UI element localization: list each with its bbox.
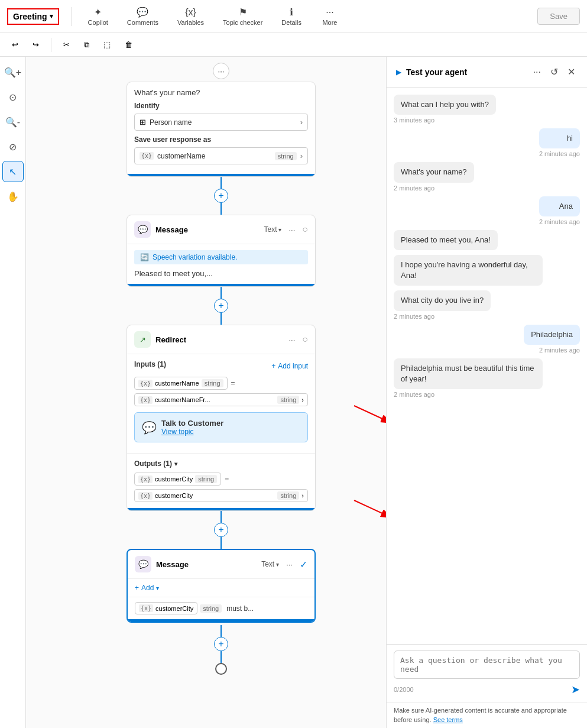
chat-text-1: hi (567, 134, 573, 143)
type-chevron-1: ▾ (278, 227, 281, 233)
message-type-2[interactable]: Text ▾ (261, 560, 279, 568)
panel-title: Test your agent (406, 67, 526, 77)
delete-button[interactable]: 🗑 (120, 38, 137, 51)
send-button[interactable]: ➤ (571, 683, 580, 696)
more-button[interactable]: ··· More (316, 5, 344, 28)
more-label: More (322, 19, 337, 26)
chat-time-6: 2 minutes ago (394, 313, 491, 320)
cut-button[interactable]: ✂ (59, 38, 74, 51)
zoom-out-button[interactable]: 🔍- (2, 111, 24, 132)
save-button[interactable]: Save (537, 8, 580, 25)
save-var-field[interactable]: {x} customerName string › (134, 147, 308, 164)
output-dest-field[interactable]: {x} customerCity string › (134, 489, 308, 502)
var-icon-3: {x} (138, 396, 153, 404)
add-node-btn-4[interactable]: + (214, 637, 228, 651)
add-dropdown[interactable]: + Add ▾ (135, 584, 159, 592)
chat-message-2: What's your name? 2 minutes ago (394, 162, 474, 191)
message-menu-1[interactable]: ··· (286, 224, 297, 235)
eq-sign-1: = (231, 379, 235, 387)
chat-message-8: Philadelphia must be beautiful this time… (394, 358, 543, 398)
comments-button[interactable]: 💬 Comments (122, 4, 163, 28)
ban-button[interactable]: ⊘ (2, 136, 24, 157)
chat-bubble-7: Philadelphia (524, 325, 580, 345)
chat-message-4: Pleased to meet you, Ana! (394, 230, 498, 250)
see-terms-link[interactable]: See terms (433, 716, 463, 723)
output-dest-type: string (277, 491, 299, 500)
add-node-btn-2[interactable]: + (214, 299, 228, 313)
paste-button[interactable]: ⬚ (99, 38, 115, 51)
city-type: string (200, 604, 222, 613)
greeting-badge[interactable]: Greeting ▾ (7, 8, 59, 25)
copilot-icon: ✦ (94, 7, 102, 18)
panel-close-button[interactable]: ✕ (565, 64, 578, 80)
redirect-check: ○ (302, 334, 308, 345)
redirect-header: ↗ Redirect ··· ○ (127, 325, 315, 354)
message-menu-2[interactable]: ··· (284, 559, 295, 570)
var-icon-6: {x} (139, 604, 153, 612)
disclaimer-text: Make sure AI-generated content is accura… (394, 707, 567, 723)
message-title-2: Message (156, 560, 257, 569)
talk-info: Talk to Customer View topic (161, 419, 223, 436)
variables-button[interactable]: {x} Variables (173, 5, 209, 28)
chat-bubble-0: What can I help you with? (394, 95, 496, 115)
chat-bubble-8: Philadelphia must be beautiful this time… (394, 358, 543, 389)
node-bottom-bar-4 (128, 619, 314, 622)
greeting-chevron[interactable]: ▾ (50, 12, 53, 20)
connector-3 (220, 287, 222, 299)
topic-checker-button[interactable]: ⚑ Topic checker (218, 4, 267, 28)
comments-icon: 💬 (137, 7, 148, 18)
question-text: What's your name? (134, 88, 308, 97)
canvas[interactable]: ··· What's your name? Identify ⊞ Person … (26, 57, 386, 728)
chat-text-3: Ana (559, 202, 573, 211)
variables-label: Variables (177, 19, 204, 26)
identify-field[interactable]: ⊞ Person name › (134, 114, 308, 131)
input-source-type: string (277, 396, 299, 404)
talk-to-customer-box: 💬 Talk to Customer View topic (134, 412, 308, 442)
cursor-button[interactable]: ↖ (2, 161, 24, 182)
comments-label: Comments (127, 19, 158, 26)
node-bottom-bar-1 (127, 174, 315, 176)
zoom-in-button[interactable]: 🔍+ (2, 62, 24, 83)
message-icon-2: 💬 (135, 556, 151, 572)
view-topic-link[interactable]: View topic (161, 428, 223, 436)
message-check-1: ○ (302, 224, 308, 235)
var-icon-4: {x} (138, 475, 153, 483)
copilot-button[interactable]: ✦ Copilot (83, 4, 113, 28)
target-icon: ⊙ (9, 92, 17, 103)
add-node-btn-1[interactable]: + (214, 189, 228, 203)
greeting-label: Greeting (13, 12, 47, 21)
chat-input[interactable] (394, 651, 580, 679)
message-type-1[interactable]: Text ▾ (264, 225, 281, 234)
chat-message-5: I hope you're having a wonderful day, An… (394, 255, 543, 286)
undo-icon: ↩ (12, 40, 18, 49)
redo-button[interactable]: ↪ (28, 38, 44, 51)
add-input-text: Add input (278, 362, 308, 370)
message-node-1-body: 🔄 Speech variation available. Pleased to… (127, 244, 315, 284)
connector-8 (220, 651, 222, 663)
redirect-menu[interactable]: ··· (286, 334, 297, 345)
message-node-1: 💬 Message Text ▾ ··· ○ 🔄 Speech variatio… (127, 215, 316, 287)
add-input-button[interactable]: + Add input (271, 362, 308, 370)
undo-button[interactable]: ↩ (7, 38, 23, 51)
outputs-header[interactable]: Outputs (1) ▾ (134, 460, 308, 468)
zoom-in-icon: 🔍+ (4, 67, 21, 78)
add-chevron: ▾ (156, 585, 159, 591)
panel-refresh-button[interactable]: ↺ (548, 64, 560, 80)
zoom-out-icon: 🔍- (5, 117, 20, 128)
speech-text: Speech variation available. (153, 253, 237, 261)
target-button[interactable]: ⊙ (2, 86, 24, 108)
input-source-field[interactable]: {x} customerNameFr... string › (134, 393, 308, 406)
chat-bubble-6: What city do you live in? (394, 290, 491, 310)
chat-text-2: What's your name? (401, 167, 467, 176)
input-var-name: customerName (155, 380, 199, 387)
copy-button[interactable]: ⧉ (79, 38, 94, 52)
save-label: Save user response as (134, 135, 308, 144)
add-node-btn-3[interactable]: + (214, 523, 228, 537)
details-button[interactable]: ℹ Details (277, 4, 306, 28)
hand-button[interactable]: ✋ (2, 186, 24, 207)
main-area: 🔍+ ⊙ 🔍- ⊘ ↖ ✋ ··· (0, 57, 587, 728)
redo-icon: ↪ (33, 40, 39, 49)
chat-text-4: Pleased to meet you, Ana! (401, 235, 491, 244)
panel-more-button[interactable]: ··· (531, 64, 543, 80)
identify-label: Identify (134, 102, 308, 110)
